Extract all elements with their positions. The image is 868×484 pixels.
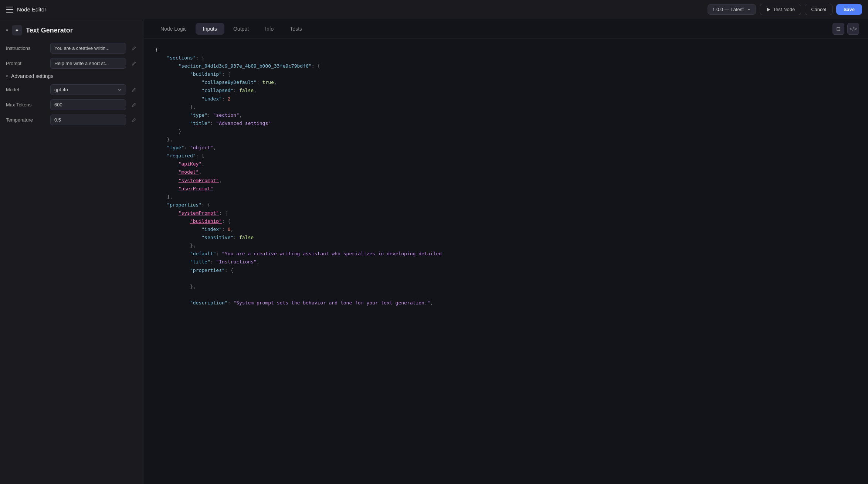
code-area[interactable]: { "sections": { "section_04d1d3c9_937e_4… [144,38,868,484]
tab-output[interactable]: Output [226,23,256,35]
node-header: ▾ ✦ Text Generator [6,25,138,35]
node-icon: ✦ [12,25,22,35]
model-edit-icon[interactable] [130,86,138,94]
version-selector[interactable]: 1.0.0 — Latest [708,4,756,15]
model-chevron-icon [118,88,122,92]
node-title: Text Generator [26,27,73,34]
tab-inputs[interactable]: Inputs [196,23,224,35]
collapse-arrow-icon[interactable]: ▾ [6,28,8,33]
topbar-title: Node Editor [17,6,46,13]
topbar-right: 1.0.0 — Latest Test Node Cancel Save [708,4,862,15]
tab-info[interactable]: Info [258,23,281,35]
cancel-button[interactable]: Cancel [805,4,832,15]
model-field-group: Model gpt-4o [6,84,138,95]
test-node-button[interactable]: Test Node [760,4,801,15]
instructions-edit-icon[interactable] [130,44,138,52]
max-tokens-field-group: Max Tokens 600 [6,99,138,110]
version-label: 1.0.0 — Latest [712,7,744,12]
instructions-field-group: Instructions You are a creative writin..… [6,43,138,54]
prompt-edit-icon[interactable] [130,59,138,68]
max-tokens-edit-icon[interactable] [130,101,138,109]
menu-icon[interactable] [6,7,13,13]
model-label: Model [6,87,47,92]
left-panel: ▾ ✦ Text Generator Instructions You are … [0,19,144,484]
tab-node-logic[interactable]: Node Logic [153,23,194,35]
save-button[interactable]: Save [836,4,862,15]
tab-tests[interactable]: Tests [282,23,309,35]
topbar: Node Editor 1.0.0 — Latest Test Node Can… [0,0,868,19]
model-select[interactable]: gpt-4o [50,84,126,95]
prompt-label: Prompt [6,61,47,66]
instructions-label: Instructions [6,45,47,51]
code-view-icon[interactable]: </> [847,23,859,35]
prompt-field-group: Prompt Help me write a short st... [6,58,138,69]
instructions-value: You are a creative writin... [50,43,126,54]
topbar-left: Node Editor [6,6,703,13]
advanced-chevron-icon: ▾ [6,74,8,79]
max-tokens-label: Max Tokens [6,102,47,108]
temperature-label: Temperature [6,117,47,123]
temperature-field-group: Temperature 0.5 [6,115,138,125]
temperature-value: 0.5 [50,115,126,125]
svg-marker-0 [767,8,770,11]
right-panel: Node Logic Inputs Output Info Tests ⊟ </… [144,19,868,484]
play-icon [766,7,771,12]
temperature-edit-icon[interactable] [130,116,138,124]
advanced-settings-toggle[interactable]: ▾ Advanced settings [6,73,138,79]
advanced-settings-label: Advanced settings [11,73,53,79]
tab-right-actions: ⊟ </> [833,23,859,35]
tabs-bar: Node Logic Inputs Output Info Tests ⊟ </… [144,19,868,38]
max-tokens-value: 600 [50,99,126,110]
main-layout: ▾ ✦ Text Generator Instructions You are … [0,19,868,484]
model-value: gpt-4o [54,87,68,92]
prompt-value: Help me write a short st... [50,58,126,69]
chevron-down-icon [747,7,751,12]
split-view-icon[interactable]: ⊟ [833,23,844,35]
